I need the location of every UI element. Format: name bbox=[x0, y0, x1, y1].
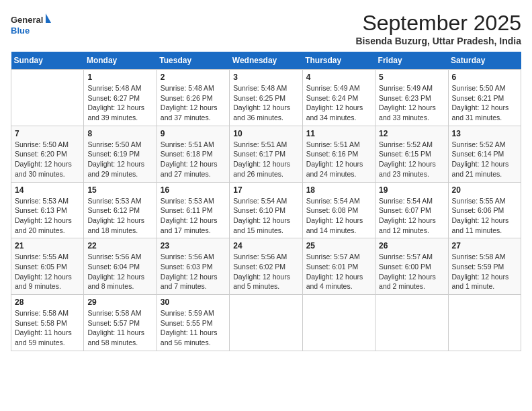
calendar-cell: 12 Sunrise: 5:52 AMSunset: 6:15 PMDaylig… bbox=[375, 126, 448, 182]
day-number: 10 bbox=[233, 129, 298, 138]
day-number: 22 bbox=[87, 241, 152, 250]
day-info: Sunrise: 5:51 AMSunset: 6:16 PMDaylight:… bbox=[306, 140, 363, 178]
day-number: 24 bbox=[233, 241, 298, 250]
day-info: Sunrise: 5:55 AMSunset: 6:05 PMDaylight:… bbox=[15, 253, 72, 290]
calendar-cell bbox=[230, 295, 302, 351]
weekday-header: Friday bbox=[375, 52, 448, 70]
day-number: 15 bbox=[87, 185, 152, 195]
calendar-cell bbox=[11, 70, 84, 126]
location-subtitle: Bisenda Buzurg, Uttar Pradesh, India bbox=[355, 36, 521, 46]
day-info: Sunrise: 5:56 AMSunset: 6:03 PMDaylight:… bbox=[161, 253, 218, 290]
day-info: Sunrise: 5:54 AMSunset: 6:07 PMDaylight:… bbox=[379, 197, 436, 234]
weekday-header: Monday bbox=[84, 52, 157, 70]
calendar-cell: 15 Sunrise: 5:53 AMSunset: 6:12 PMDaylig… bbox=[84, 182, 157, 238]
weekday-header: Sunday bbox=[11, 52, 84, 70]
day-info: Sunrise: 5:48 AMSunset: 6:25 PMDaylight:… bbox=[233, 84, 290, 122]
calendar-cell: 26 Sunrise: 5:57 AMSunset: 6:00 PMDaylig… bbox=[375, 238, 448, 295]
weekday-header: Tuesday bbox=[157, 52, 229, 70]
day-info: Sunrise: 5:59 AMSunset: 5:55 PMDaylight:… bbox=[161, 309, 218, 347]
calendar-cell: 1 Sunrise: 5:48 AMSunset: 6:27 PMDayligh… bbox=[84, 70, 157, 126]
week-row: 21 Sunrise: 5:55 AMSunset: 6:05 PMDaylig… bbox=[11, 238, 521, 295]
calendar-cell: 25 Sunrise: 5:57 AMSunset: 6:01 PMDaylig… bbox=[302, 238, 375, 295]
calendar-cell: 22 Sunrise: 5:56 AMSunset: 6:04 PMDaylig… bbox=[84, 238, 157, 295]
calendar-cell bbox=[302, 295, 375, 351]
day-number: 6 bbox=[452, 73, 517, 82]
day-number: 29 bbox=[87, 298, 152, 307]
calendar-cell: 5 Sunrise: 5:49 AMSunset: 6:23 PMDayligh… bbox=[375, 70, 448, 126]
calendar-cell: 3 Sunrise: 5:48 AMSunset: 6:25 PMDayligh… bbox=[230, 70, 302, 126]
day-number: 25 bbox=[306, 241, 371, 250]
day-info: Sunrise: 5:58 AMSunset: 5:59 PMDaylight:… bbox=[452, 253, 509, 290]
day-info: Sunrise: 5:49 AMSunset: 6:24 PMDaylight:… bbox=[306, 84, 363, 122]
calendar-cell: 7 Sunrise: 5:50 AMSunset: 6:20 PMDayligh… bbox=[11, 126, 84, 182]
calendar-cell: 27 Sunrise: 5:58 AMSunset: 5:59 PMDaylig… bbox=[448, 238, 521, 295]
day-info: Sunrise: 5:50 AMSunset: 6:21 PMDaylight:… bbox=[452, 84, 509, 122]
day-info: Sunrise: 5:56 AMSunset: 6:02 PMDaylight:… bbox=[233, 253, 290, 290]
calendar-cell: 20 Sunrise: 5:55 AMSunset: 6:06 PMDaylig… bbox=[448, 182, 521, 238]
weekday-header: Wednesday bbox=[230, 52, 302, 70]
week-row: 28 Sunrise: 5:58 AMSunset: 5:58 PMDaylig… bbox=[11, 295, 521, 351]
day-number: 12 bbox=[379, 129, 444, 138]
calendar-cell: 29 Sunrise: 5:58 AMSunset: 5:57 PMDaylig… bbox=[84, 295, 157, 351]
day-info: Sunrise: 5:56 AMSunset: 6:04 PMDaylight:… bbox=[87, 253, 144, 290]
day-info: Sunrise: 5:54 AMSunset: 6:08 PMDaylight:… bbox=[306, 197, 363, 234]
day-number: 17 bbox=[233, 185, 298, 195]
svg-text:General: General bbox=[11, 15, 43, 25]
day-info: Sunrise: 5:55 AMSunset: 6:06 PMDaylight:… bbox=[452, 197, 509, 234]
calendar-cell: 9 Sunrise: 5:51 AMSunset: 6:18 PMDayligh… bbox=[157, 126, 229, 182]
calendar-cell: 19 Sunrise: 5:54 AMSunset: 6:07 PMDaylig… bbox=[375, 182, 448, 238]
day-info: Sunrise: 5:53 AMSunset: 6:11 PMDaylight:… bbox=[161, 197, 218, 234]
weekday-header: Saturday bbox=[448, 52, 521, 70]
day-number: 7 bbox=[15, 129, 80, 138]
day-number: 13 bbox=[452, 129, 517, 138]
day-number: 14 bbox=[15, 185, 80, 195]
day-info: Sunrise: 5:50 AMSunset: 6:19 PMDaylight:… bbox=[87, 140, 144, 178]
month-title: September 2025 bbox=[355, 11, 521, 36]
calendar-cell: 21 Sunrise: 5:55 AMSunset: 6:05 PMDaylig… bbox=[11, 238, 84, 295]
day-info: Sunrise: 5:53 AMSunset: 6:12 PMDaylight:… bbox=[87, 197, 144, 234]
day-number: 1 bbox=[87, 73, 152, 82]
day-info: Sunrise: 5:57 AMSunset: 6:00 PMDaylight:… bbox=[379, 253, 436, 290]
calendar-cell: 10 Sunrise: 5:51 AMSunset: 6:17 PMDaylig… bbox=[230, 126, 302, 182]
day-number: 16 bbox=[161, 185, 226, 195]
day-info: Sunrise: 5:58 AMSunset: 5:58 PMDaylight:… bbox=[15, 309, 72, 347]
calendar-cell: 23 Sunrise: 5:56 AMSunset: 6:03 PMDaylig… bbox=[157, 238, 229, 295]
calendar-cell: 6 Sunrise: 5:50 AMSunset: 6:21 PMDayligh… bbox=[448, 70, 521, 126]
day-info: Sunrise: 5:58 AMSunset: 5:57 PMDaylight:… bbox=[87, 309, 144, 347]
day-info: Sunrise: 5:57 AMSunset: 6:01 PMDaylight:… bbox=[306, 253, 363, 290]
day-info: Sunrise: 5:50 AMSunset: 6:20 PMDaylight:… bbox=[15, 140, 72, 178]
svg-text:Blue: Blue bbox=[11, 26, 30, 36]
svg-marker-2 bbox=[46, 13, 51, 23]
title-area: September 2025 Bisenda Buzurg, Uttar Pra… bbox=[355, 11, 521, 46]
calendar-cell: 14 Sunrise: 5:53 AMSunset: 6:13 PMDaylig… bbox=[11, 182, 84, 238]
day-number: 21 bbox=[15, 241, 80, 250]
day-number: 26 bbox=[379, 241, 444, 250]
header: General Blue September 2025 Bisenda Buzu… bbox=[11, 11, 521, 46]
logo: General Blue bbox=[11, 11, 51, 40]
week-row: 1 Sunrise: 5:48 AMSunset: 6:27 PMDayligh… bbox=[11, 70, 521, 126]
day-info: Sunrise: 5:51 AMSunset: 6:17 PMDaylight:… bbox=[233, 140, 290, 178]
week-row: 7 Sunrise: 5:50 AMSunset: 6:20 PMDayligh… bbox=[11, 126, 521, 182]
calendar-cell bbox=[448, 295, 521, 351]
weekday-header: Thursday bbox=[302, 52, 375, 70]
day-number: 19 bbox=[379, 185, 444, 195]
day-number: 2 bbox=[161, 73, 226, 82]
calendar-cell: 2 Sunrise: 5:48 AMSunset: 6:26 PMDayligh… bbox=[157, 70, 229, 126]
calendar-cell: 4 Sunrise: 5:49 AMSunset: 6:24 PMDayligh… bbox=[302, 70, 375, 126]
calendar-cell: 28 Sunrise: 5:58 AMSunset: 5:58 PMDaylig… bbox=[11, 295, 84, 351]
day-number: 9 bbox=[161, 129, 226, 138]
calendar-cell: 8 Sunrise: 5:50 AMSunset: 6:19 PMDayligh… bbox=[84, 126, 157, 182]
day-info: Sunrise: 5:54 AMSunset: 6:10 PMDaylight:… bbox=[233, 197, 290, 234]
day-info: Sunrise: 5:52 AMSunset: 6:14 PMDaylight:… bbox=[452, 140, 509, 178]
day-number: 23 bbox=[161, 241, 226, 250]
day-number: 30 bbox=[161, 298, 226, 307]
calendar-cell: 13 Sunrise: 5:52 AMSunset: 6:14 PMDaylig… bbox=[448, 126, 521, 182]
week-row: 14 Sunrise: 5:53 AMSunset: 6:13 PMDaylig… bbox=[11, 182, 521, 238]
calendar-cell: 24 Sunrise: 5:56 AMSunset: 6:02 PMDaylig… bbox=[230, 238, 302, 295]
day-info: Sunrise: 5:52 AMSunset: 6:15 PMDaylight:… bbox=[379, 140, 436, 178]
day-number: 28 bbox=[15, 298, 80, 307]
day-info: Sunrise: 5:48 AMSunset: 6:26 PMDaylight:… bbox=[161, 84, 218, 122]
calendar-cell bbox=[375, 295, 448, 351]
day-info: Sunrise: 5:51 AMSunset: 6:18 PMDaylight:… bbox=[161, 140, 218, 178]
day-number: 11 bbox=[306, 129, 371, 138]
